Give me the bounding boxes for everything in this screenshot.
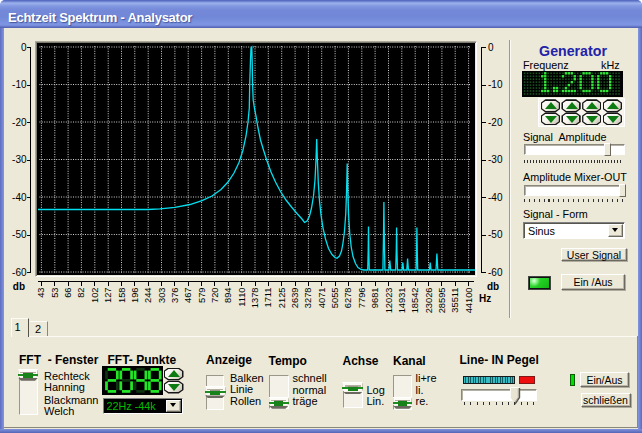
svg-text:7796: 7796 (357, 288, 367, 309)
svg-text:0: 0 (488, 42, 494, 53)
svg-text:db: db (13, 281, 25, 292)
svg-text:127: 127 (103, 288, 113, 304)
svg-text:-50: -50 (12, 229, 27, 240)
svg-text:467: 467 (183, 288, 193, 304)
svg-text:579: 579 (197, 288, 207, 304)
svg-text:db: db (487, 281, 499, 292)
svg-text:2125: 2125 (277, 288, 287, 309)
svg-text:53: 53 (50, 288, 60, 298)
svg-text:0: 0 (21, 42, 27, 53)
svg-text:9681: 9681 (370, 288, 380, 309)
svg-text:-40: -40 (488, 192, 503, 203)
svg-text:23026: 23026 (424, 288, 434, 314)
svg-text:66: 66 (63, 288, 73, 298)
svg-text:6278: 6278 (343, 288, 353, 309)
svg-text:-20: -20 (12, 117, 27, 128)
svg-text:14931: 14931 (397, 288, 407, 314)
svg-text:28595: 28595 (437, 288, 447, 314)
svg-text:-60: -60 (12, 267, 27, 278)
svg-text:-40: -40 (12, 192, 27, 203)
svg-text:5055: 5055 (330, 288, 340, 309)
svg-text:2639: 2639 (290, 288, 300, 309)
svg-text:102: 102 (90, 288, 100, 304)
svg-text:43: 43 (36, 288, 46, 298)
svg-text:12023: 12023 (384, 288, 394, 314)
svg-text:196: 196 (130, 288, 140, 304)
svg-text:82: 82 (76, 288, 86, 298)
svg-text:1711: 1711 (263, 288, 273, 308)
svg-text:-30: -30 (488, 154, 503, 165)
svg-text:-50: -50 (488, 229, 503, 240)
svg-text:18542: 18542 (410, 288, 420, 314)
svg-text:Hz: Hz (479, 293, 491, 304)
svg-text:-30: -30 (12, 154, 27, 165)
svg-text:158: 158 (117, 288, 127, 304)
svg-text:3278: 3278 (303, 288, 313, 309)
svg-text:-20: -20 (488, 117, 503, 128)
svg-text:720: 720 (210, 288, 220, 304)
svg-text:1378: 1378 (250, 288, 260, 309)
svg-text:-10: -10 (12, 79, 27, 90)
svg-text:376: 376 (170, 288, 180, 304)
svg-text:894: 894 (223, 288, 233, 304)
svg-text:1110: 1110 (237, 288, 247, 307)
svg-text:-60: -60 (488, 267, 503, 278)
svg-text:-10: -10 (488, 79, 503, 90)
svg-text:44100: 44100 (464, 288, 474, 314)
svg-text:35511: 35511 (450, 288, 460, 313)
svg-text:244: 244 (143, 288, 153, 304)
svg-text:303: 303 (157, 288, 167, 304)
svg-text:4071: 4071 (317, 288, 327, 309)
